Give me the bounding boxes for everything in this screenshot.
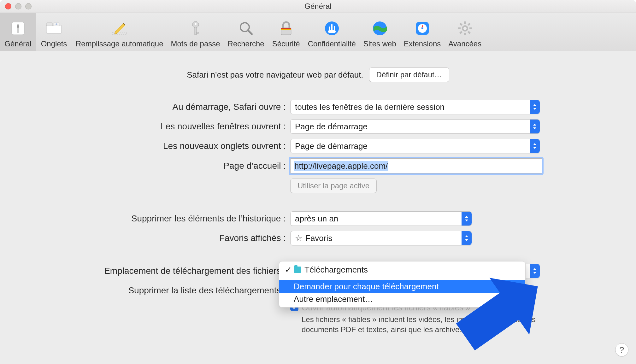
new-windows-label: Les nouvelles fenêtres ouvrent :: [7, 121, 290, 132]
favorites-shown-label: Favoris affichés :: [7, 233, 290, 243]
svg-rect-17: [281, 28, 291, 29]
popup-arrows-icon: [462, 231, 472, 245]
toolbar-label: Général: [4, 39, 31, 48]
new-windows-popup[interactable]: Page de démarrage: [290, 119, 540, 134]
toolbar-label: Recherche: [228, 39, 264, 48]
set-default-browser-button[interactable]: Définir par défaut…: [369, 68, 449, 82]
svg-marker-45: [465, 220, 468, 221]
menu-separator: [279, 278, 525, 278]
remove-history-popup[interactable]: après un an: [290, 211, 472, 226]
minimize-window-button[interactable]: [15, 3, 21, 9]
open-safe-files-note: Les fichiers « fiables » incluent les vi…: [302, 314, 541, 335]
preferences-window: Général Général Onglets Remplissage auto…: [0, 0, 636, 364]
privacy-icon: [323, 17, 341, 39]
safari-opens-label: Au démarrage, Safari ouvre :: [7, 102, 290, 112]
gear-icon: [456, 17, 474, 39]
download-location-menu: ✓ Téléchargements Demander pour chaque t…: [279, 261, 526, 308]
checkmark-icon: ✓: [285, 265, 291, 275]
titlebar: Général: [0, 0, 636, 13]
svg-marker-39: [533, 108, 536, 110]
toolbar-websites[interactable]: Sites web: [360, 8, 400, 51]
tabs-icon: [45, 17, 63, 39]
new-tabs-label: Les nouveaux onglets ouvrent :: [7, 141, 290, 151]
general-icon: [9, 17, 27, 39]
menu-item-downloads[interactable]: ✓ Téléchargements: [279, 263, 525, 276]
toolbar-search[interactable]: Recherche: [224, 8, 268, 51]
menu-item-other-location[interactable]: Autre emplacement…: [279, 293, 525, 305]
favorites-shown-popup[interactable]: ☆ Favoris: [290, 231, 472, 245]
window-title: Général: [0, 2, 636, 11]
svg-marker-40: [533, 124, 536, 126]
svg-marker-43: [533, 147, 536, 149]
default-browser-row: Safari n’est pas votre navigateur web pa…: [7, 68, 629, 82]
key-icon: [187, 17, 204, 39]
toolbar-label: Confidentialité: [308, 39, 356, 48]
toolbar-passwords[interactable]: Mots de passe: [167, 8, 224, 51]
svg-marker-38: [533, 104, 536, 106]
svg-rect-12: [197, 32, 198, 33]
folder-icon: [294, 267, 301, 273]
help-button[interactable]: ?: [615, 343, 628, 356]
toolbar-autofill[interactable]: Remplissage automatique: [72, 8, 167, 51]
menu-item-label: Demander pour chaque téléchargement: [294, 282, 439, 291]
svg-line-14: [248, 30, 252, 34]
svg-marker-47: [465, 239, 468, 241]
popup-value: toutes les fenêtres de la dernière sessi…: [295, 102, 445, 112]
homepage-input[interactable]: http://livepage.apple.com/: [290, 158, 542, 173]
menu-item-label: Autre emplacement…: [294, 294, 373, 304]
svg-line-35: [468, 23, 470, 25]
svg-rect-11: [195, 27, 197, 35]
svg-marker-46: [465, 235, 468, 237]
toolbar-privacy[interactable]: Confidentialité: [304, 8, 360, 51]
lock-icon: [277, 17, 295, 39]
toolbar-tabs[interactable]: Onglets: [36, 8, 72, 51]
popup-arrows-icon: [530, 139, 540, 153]
menu-item-label: Téléchargements: [304, 265, 368, 275]
svg-marker-41: [533, 127, 536, 129]
popup-value: Page de démarrage: [295, 141, 368, 151]
autofill-icon: [111, 17, 128, 39]
set-current-page-button: Utiliser la page active: [290, 179, 377, 193]
svg-point-37: [463, 27, 467, 30]
popup-arrows-icon: [530, 120, 540, 133]
safari-opens-popup[interactable]: toutes les fenêtres de la dernière sessi…: [290, 100, 540, 114]
svg-point-2: [17, 25, 19, 28]
preferences-toolbar: Général Onglets Remplissage automatique …: [0, 13, 636, 51]
svg-marker-42: [533, 143, 536, 145]
popup-value: Favoris: [305, 233, 332, 243]
toolbar-security[interactable]: Sécurité: [268, 8, 304, 51]
homepage-label: Page d’accueil :: [7, 161, 290, 171]
menu-item-ask-each-download[interactable]: Demander pour chaque téléchargement: [279, 280, 525, 293]
svg-line-34: [468, 32, 470, 33]
toolbar-general[interactable]: Général: [0, 8, 36, 51]
toolbar-label: Sécurité: [272, 39, 300, 48]
toolbar-label: Extensions: [404, 39, 441, 48]
star-icon: ☆: [295, 233, 302, 243]
search-icon: [237, 17, 255, 39]
toolbar-extensions[interactable]: Extensions: [400, 8, 445, 51]
svg-marker-48: [533, 268, 536, 270]
default-browser-message: Safari n’est pas votre navigateur web pa…: [187, 70, 363, 80]
popup-value: Page de démarrage: [295, 122, 368, 132]
toolbar-label: Sites web: [363, 39, 396, 48]
svg-rect-4: [46, 23, 53, 26]
svg-rect-3: [46, 25, 62, 33]
svg-rect-22: [328, 30, 336, 33]
popup-arrows-icon: [530, 264, 540, 278]
window-controls: [0, 3, 32, 9]
toolbar-label: Remplissage automatique: [76, 39, 163, 48]
popup-arrows-icon: [530, 100, 540, 114]
zoom-window-button[interactable]: [25, 3, 32, 9]
close-window-button[interactable]: [5, 3, 11, 9]
homepage-value: http://livepage.apple.com/: [294, 161, 388, 171]
toolbar-advanced[interactable]: Avancées: [445, 8, 485, 51]
svg-point-10: [195, 23, 197, 25]
toolbar-label: Onglets: [41, 39, 67, 48]
toolbar-label: Mots de passe: [171, 39, 220, 48]
new-tabs-popup[interactable]: Page de démarrage: [290, 139, 540, 153]
svg-marker-44: [465, 216, 468, 218]
svg-marker-49: [533, 272, 536, 274]
remove-history-label: Supprimer les éléments de l’historique :: [7, 214, 290, 224]
toolbar-label: Avancées: [448, 39, 481, 48]
globe-icon: [371, 17, 389, 39]
